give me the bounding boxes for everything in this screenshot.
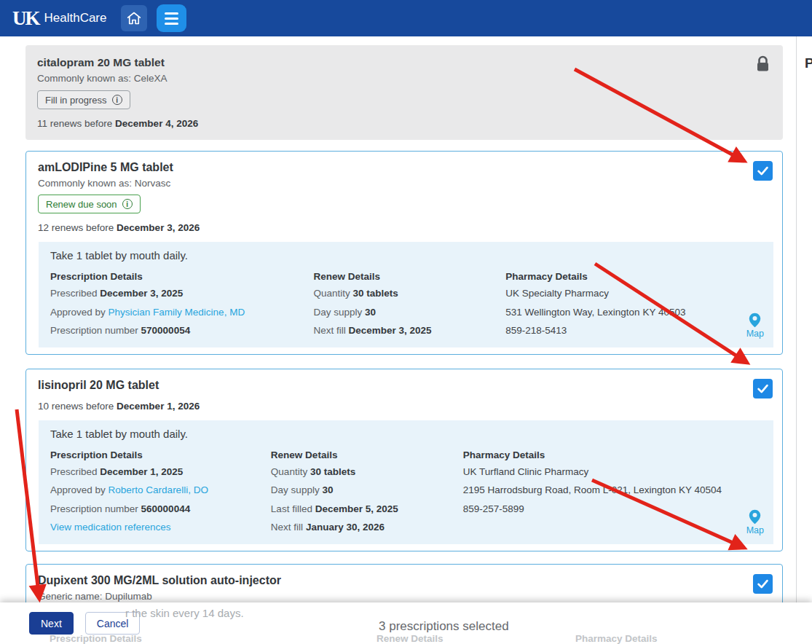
hamburger-menu-icon <box>165 12 178 25</box>
last-filled-row: Last filled December 5, 2025 <box>271 503 463 515</box>
renews-date: December 1, 2026 <box>117 401 200 412</box>
prescription-details-column: Prescription Details Prescribed December… <box>50 449 271 540</box>
fill-in-progress-badge[interactable]: Fill in progress <box>37 90 130 109</box>
card-header: lisinopril 20 MG tablet 10 renews before… <box>26 369 782 420</box>
uk-logo-mark: UK <box>12 9 39 28</box>
field-label: Last filled <box>271 503 312 514</box>
field-value: 30 <box>322 484 333 495</box>
day-supply-row: Day supply 30 <box>313 306 505 318</box>
field-label: Prescription number <box>50 503 138 514</box>
info-icon[interactable] <box>112 95 122 105</box>
prescription-number-row: Prescription number 560000044 <box>50 503 271 515</box>
select-prescription-checkbox[interactable] <box>753 161 773 181</box>
expanded-details-panel: Take 1 tablet by mouth daily. Prescripti… <box>39 242 773 347</box>
column-heading: Pharmacy Details <box>505 270 762 283</box>
field-value: 30 <box>365 307 376 318</box>
renews-before-text: 12 renews before December 3, 2026 <box>38 222 770 233</box>
quantity-row: Quantity 30 tablets <box>313 287 505 299</box>
field-value: January 30, 2026 <box>306 522 385 533</box>
field-label: Prescribed <box>50 288 98 299</box>
provider-link[interactable]: Roberto Cardarelli, DO <box>109 484 208 495</box>
checkmark-icon <box>756 577 770 591</box>
pharmacy-name: UK Turfland Clinic Pharmacy <box>463 466 762 478</box>
checkmark-icon <box>756 164 770 178</box>
renews-date: December 4, 2026 <box>115 118 198 129</box>
select-prescription-checkbox[interactable] <box>753 379 773 398</box>
field-label: Prescribed <box>50 466 98 477</box>
medication-known-as: Commonly known as: CeleXA <box>37 73 771 84</box>
map-label: Map <box>746 328 764 341</box>
provider-link[interactable]: Physician Family Medicine, MD <box>109 307 245 318</box>
field-value: 560000044 <box>141 503 191 514</box>
column-heading: Prescription Details <box>50 270 313 283</box>
lock-icon <box>755 55 770 74</box>
next-fill-row: Next fill December 3, 2025 <box>313 324 505 337</box>
uk-healthcare-logo[interactable]: UK HealthCare <box>12 9 107 28</box>
day-supply-row: Day supply 30 <box>271 484 463 496</box>
action-bar: Next Cancel 3 prescriptions selected <box>0 602 812 644</box>
info-icon[interactable] <box>122 199 133 209</box>
badge-label: Fill in progress <box>45 95 107 106</box>
field-value: 570000054 <box>141 325 191 336</box>
prescription-details-column: Prescription Details Prescribed December… <box>50 270 313 343</box>
field-label: Next fill <box>313 325 345 336</box>
field-value: December 3, 2025 <box>100 288 183 299</box>
renews-before-text: 10 renews before December 1, 2026 <box>38 401 770 412</box>
renew-details-column: Renew Details Quantity 30 tablets Day su… <box>313 270 505 343</box>
field-label: Next fill <box>271 522 303 533</box>
column-heading: Renew Details <box>271 449 463 462</box>
map-label: Map <box>746 525 764 538</box>
prescription-card-amlodipine: amLODIPine 5 MG tablet Commonly known as… <box>25 151 783 355</box>
card-header: amLODIPine 5 MG tablet Commonly known as… <box>26 152 782 242</box>
column-heading: Pharmacy Details <box>463 449 762 462</box>
medication-generic-name: Generic name: Dupilumab <box>38 591 770 602</box>
pharmacy-details-column: Pharmacy Details UK Turfland Clinic Phar… <box>463 449 762 540</box>
approved-by-row: Approved by Physician Family Medicine, M… <box>50 306 313 318</box>
field-label: Approved by <box>50 307 106 318</box>
dosage-instructions: Take 1 tablet by mouth daily. <box>50 249 762 262</box>
next-button[interactable]: Next <box>29 612 74 635</box>
column-heading: Prescription Details <box>50 449 271 462</box>
checkmark-icon <box>756 382 770 396</box>
field-value: December 1, 2025 <box>100 466 183 477</box>
renews-prefix: 12 renews before <box>38 222 114 233</box>
prescribed-row: Prescribed December 1, 2025 <box>50 466 271 478</box>
details-columns: Prescription Details Prescribed December… <box>50 449 762 540</box>
renew-due-soon-badge[interactable]: Renew due soon <box>38 195 141 213</box>
field-value: December 3, 2025 <box>349 325 432 336</box>
prescribed-row: Prescribed December 3, 2025 <box>50 287 313 299</box>
prescriptions-list: citalopram 20 MG tablet Commonly known a… <box>0 36 796 644</box>
cancel-button[interactable]: Cancel <box>85 612 141 635</box>
map-pin-icon <box>749 509 761 525</box>
medication-known-as: Commonly known as: Norvasc <box>38 178 770 189</box>
field-label: Quantity <box>271 466 307 477</box>
pharmacy-address: 531 Wellington Way, Lexington KY 40503 <box>505 306 762 318</box>
badge-label: Renew due soon <box>46 199 117 210</box>
prescription-number-row: Prescription number 570000054 <box>50 324 313 337</box>
field-label: Prescription number <box>50 325 138 336</box>
menu-button[interactable] <box>157 4 186 32</box>
pharmacy-name: UK Specialty Pharmacy <box>505 287 762 299</box>
brand-name: HealthCare <box>44 11 107 25</box>
quantity-row: Quantity 30 tablets <box>271 466 463 478</box>
field-label: Approved by <box>50 484 106 495</box>
pharmacy-map-link[interactable]: Map <box>746 313 764 341</box>
pharmacy-phone: 859-218-5413 <box>505 324 762 337</box>
select-prescription-checkbox[interactable] <box>753 574 773 594</box>
renew-details-column: Renew Details Quantity 30 tablets Day su… <box>271 449 463 540</box>
pharmacy-details-column: Pharmacy Details UK Specialty Pharmacy 5… <box>505 270 762 343</box>
field-value: 30 tablets <box>353 288 398 299</box>
renews-prefix: 11 renews before <box>37 118 112 129</box>
pharmacy-map-link[interactable]: Map <box>746 509 764 538</box>
field-label: Day supply <box>313 307 362 318</box>
renews-before-text: 11 renews before December 4, 2026 <box>37 118 771 129</box>
field-value: December 5, 2025 <box>315 503 398 514</box>
medication-name: citalopram 20 MG tablet <box>37 56 771 69</box>
dosage-instructions: Take 1 tablet by mouth daily. <box>50 428 762 440</box>
prescription-card-lisinopril: lisinopril 20 MG tablet 10 renews before… <box>25 369 783 551</box>
medication-references-link[interactable]: View medication references <box>50 522 171 533</box>
medication-references-row: View medication references <box>50 521 271 533</box>
home-button[interactable] <box>121 5 147 31</box>
renews-prefix: 10 renews before <box>38 401 114 412</box>
map-pin-icon <box>749 313 761 328</box>
